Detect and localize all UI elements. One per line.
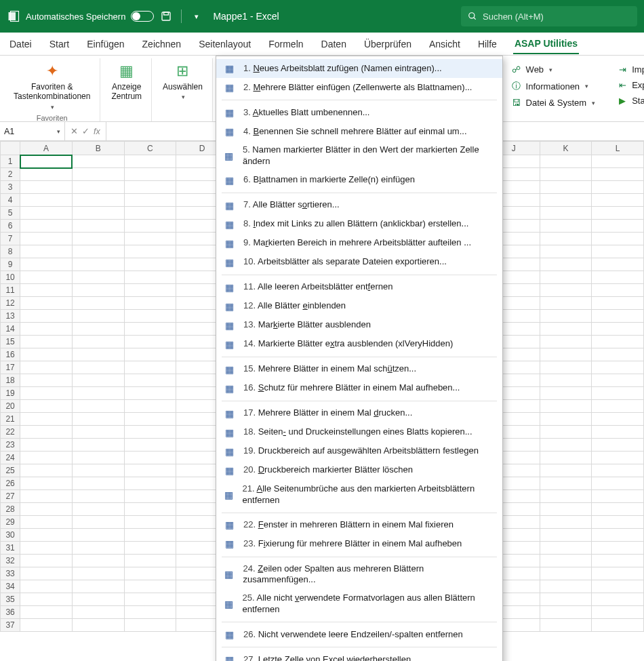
column-header-A[interactable]: A [20, 142, 73, 155]
cell-B18[interactable] [72, 374, 124, 387]
cell-A8[interactable] [20, 245, 73, 258]
row-header-2[interactable]: 2 [1, 168, 20, 181]
cell-C32[interactable] [124, 555, 176, 567]
cell-C36[interactable] [124, 606, 176, 619]
cell-A14[interactable] [20, 323, 73, 336]
menu-item-15[interactable]: ▦15. Mehrere Blätter in einem Mal schütz… [216, 360, 502, 379]
cell-A25[interactable] [20, 464, 73, 477]
row-header-35[interactable]: 35 [1, 593, 20, 606]
menu-item-5[interactable]: ▦5. Namen markierter Blätter in den Wert… [216, 141, 502, 171]
menu-item-19[interactable]: ▦19. Druckbereich auf ausgewählten Arbei… [216, 442, 502, 461]
tab-hilfe[interactable]: Hilfe [477, 35, 498, 54]
row-header-6[interactable]: 6 [1, 220, 20, 233]
cell-A26[interactable] [20, 477, 73, 490]
row-header-27[interactable]: 27 [1, 490, 20, 503]
cell-C3[interactable] [124, 181, 176, 194]
auswahlen-button[interactable]: ⊞ Auswählen ▾ [159, 60, 207, 104]
cell-A17[interactable] [20, 361, 73, 374]
row-header-7[interactable]: 7 [1, 233, 20, 245]
cell-L3[interactable] [592, 181, 644, 194]
cell-K33[interactable] [540, 567, 592, 580]
row-header-29[interactable]: 29 [1, 516, 20, 529]
cell-A11[interactable] [20, 284, 73, 297]
cell-A20[interactable] [20, 400, 73, 413]
cell-C11[interactable] [124, 284, 176, 297]
menu-item-13[interactable]: ▦13. Markierte Blätter ausblenden [216, 316, 502, 335]
cell-B24[interactable] [72, 452, 124, 464]
cell-B34[interactable] [72, 580, 124, 593]
cell-A5[interactable] [20, 207, 73, 220]
row-header-12[interactable]: 12 [1, 297, 20, 310]
column-header-L[interactable]: L [592, 142, 644, 155]
cell-K25[interactable] [540, 464, 592, 477]
row-header-9[interactable]: 9 [1, 258, 20, 271]
cell-A30[interactable] [20, 529, 73, 542]
confirm-icon[interactable]: ✓ [82, 126, 89, 136]
row-header-34[interactable]: 34 [1, 580, 20, 593]
cell-L22[interactable] [592, 426, 644, 439]
menu-item-4[interactable]: ▦4. Benennen Sie schnell mehrere Blätter… [216, 122, 502, 141]
cell-B6[interactable] [72, 220, 124, 233]
menu-item-20[interactable]: ▦20. Druckbereich markierter Blätter lös… [216, 461, 502, 480]
cell-C15[interactable] [124, 336, 176, 348]
cell-C12[interactable] [124, 297, 176, 310]
autosave-toggle[interactable] [131, 11, 154, 22]
menu-item-24[interactable]: ▦24. Zeilen oder Spalten aus mehreren Bl… [216, 560, 502, 590]
menu-item-3[interactable]: ▦3. Aktuelles Blatt umbenennen... [216, 103, 502, 122]
cell-B25[interactable] [72, 464, 124, 477]
row-header-19[interactable]: 19 [1, 387, 20, 400]
cell-K16[interactable] [540, 348, 592, 361]
cell-C34[interactable] [124, 580, 176, 593]
row-header-20[interactable]: 20 [1, 400, 20, 413]
cell-B31[interactable] [72, 542, 124, 555]
tab-zeichnen[interactable]: Zeichnen [141, 35, 183, 54]
search-box[interactable]: Suchen (Alt+M) [461, 6, 637, 26]
cell-K3[interactable] [540, 181, 592, 194]
row-header-33[interactable]: 33 [1, 567, 20, 580]
row-header-3[interactable]: 3 [1, 181, 20, 194]
cell-B8[interactable] [72, 245, 124, 258]
cell-B33[interactable] [72, 567, 124, 580]
column-header-C[interactable]: C [124, 142, 176, 155]
cell-L35[interactable] [592, 593, 644, 606]
cell-A35[interactable] [20, 593, 73, 606]
cell-B10[interactable] [72, 271, 124, 284]
menu-item-17[interactable]: ▦17. Mehrere Blätter in einem Mal drucke… [216, 404, 502, 423]
cell-B4[interactable] [72, 194, 124, 207]
cell-C29[interactable] [124, 516, 176, 529]
tab-einfügen[interactable]: Einfügen [85, 35, 125, 54]
column-header-B[interactable]: B [72, 142, 124, 155]
cell-B3[interactable] [72, 181, 124, 194]
import-button[interactable]: ⇥ Import ▾ [613, 62, 644, 77]
cell-L17[interactable] [592, 361, 644, 374]
tab-start[interactable]: Start [48, 35, 71, 54]
cell-B22[interactable] [72, 426, 124, 439]
cell-B15[interactable] [72, 336, 124, 348]
cell-K11[interactable] [540, 284, 592, 297]
cell-L25[interactable] [592, 464, 644, 477]
row-header-15[interactable]: 15 [1, 336, 20, 348]
menu-item-12[interactable]: ▦12. Alle Blätter einblenden [216, 297, 502, 316]
cell-A3[interactable] [20, 181, 73, 194]
cell-K4[interactable] [540, 194, 592, 207]
cell-L14[interactable] [592, 323, 644, 336]
cell-K28[interactable] [540, 503, 592, 516]
tab-daten[interactable]: Daten [320, 35, 348, 54]
cell-K24[interactable] [540, 452, 592, 464]
cell-C27[interactable] [124, 490, 176, 503]
cell-B32[interactable] [72, 555, 124, 567]
cell-A4[interactable] [20, 194, 73, 207]
cell-C5[interactable] [124, 207, 176, 220]
cell-K5[interactable] [540, 207, 592, 220]
cell-L6[interactable] [592, 220, 644, 233]
cell-C8[interactable] [124, 245, 176, 258]
cell-C35[interactable] [124, 593, 176, 606]
cell-K22[interactable] [540, 426, 592, 439]
menu-item-18[interactable]: ▦18. Seiten- und Druckeinstellungen eine… [216, 423, 502, 442]
cell-L28[interactable] [592, 503, 644, 516]
menu-item-14[interactable]: ▦14. Markierte Blätter extra ausblenden … [216, 335, 502, 354]
tab-formeln[interactable]: Formeln [267, 35, 304, 54]
cell-L32[interactable] [592, 555, 644, 567]
cell-A9[interactable] [20, 258, 73, 271]
row-header-14[interactable]: 14 [1, 323, 20, 336]
